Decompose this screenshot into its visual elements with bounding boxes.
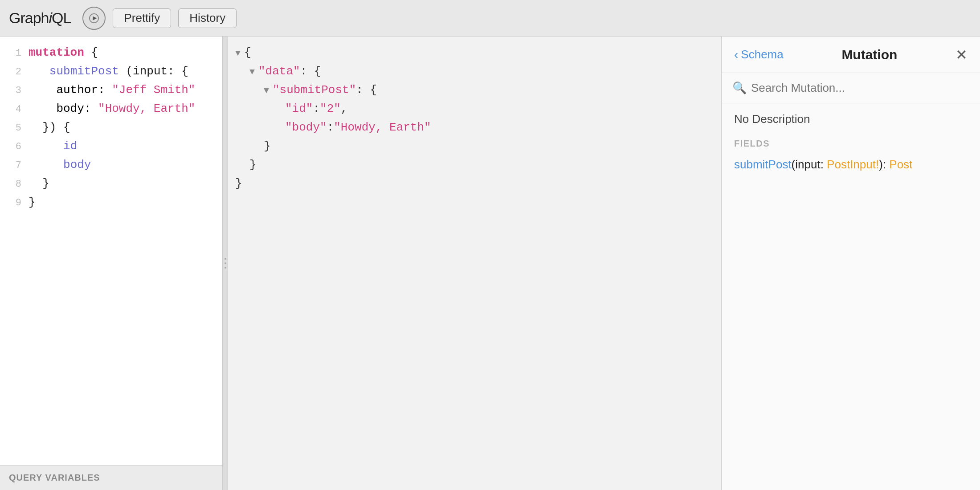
pane-divider[interactable] xyxy=(223,37,228,490)
code-line-9: 9 } xyxy=(0,193,222,212)
collapse-arrow[interactable]: ▼ xyxy=(249,65,255,79)
line-number: 5 xyxy=(4,120,21,136)
svg-point-4 xyxy=(225,267,226,269)
field-closing: ): xyxy=(879,158,889,171)
main-area: 1 mutation { 2 submitPost (input: { 3 xyxy=(0,37,980,490)
field-return-type: Post xyxy=(889,158,912,171)
field-name: submitPost xyxy=(734,158,792,171)
schema-close-button[interactable]: ✕ xyxy=(956,48,968,62)
result-line-1: ▼ { xyxy=(228,44,721,62)
keyword-mutation: mutation xyxy=(29,46,84,59)
schema-panel: ‹ Schema Mutation ✕ 🔍 No Description FIE… xyxy=(722,37,980,490)
schema-search-input[interactable] xyxy=(751,81,969,95)
line-number: 7 xyxy=(4,158,21,173)
code-line-8: 8 } xyxy=(0,175,222,193)
search-icon: 🔍 xyxy=(732,81,747,95)
field-arg-label: (input: xyxy=(792,158,827,171)
result-line-7: } xyxy=(228,156,721,175)
line-number: 4 xyxy=(4,102,21,117)
app-logo: GraphiQL xyxy=(9,9,71,27)
editor-pane: 1 mutation { 2 submitPost (input: { 3 xyxy=(0,37,223,490)
line-number: 6 xyxy=(4,139,21,155)
result-pane: ▼ { ▼ "data" : { ▼ "submitPost" : { "id"… xyxy=(228,37,721,490)
toolbar: GraphiQL Prettify History xyxy=(0,0,980,37)
query-variables-label: QUERY VARIABLES xyxy=(9,473,100,483)
schema-search-bar: 🔍 xyxy=(722,73,980,103)
field-arg-type: PostInput! xyxy=(827,158,879,171)
result-line-4: "id" : "2" , xyxy=(228,100,721,118)
result-line-2: ▼ "data" : { xyxy=(228,62,721,81)
field-name: id xyxy=(63,139,77,153)
svg-point-2 xyxy=(225,258,226,260)
field-name: body xyxy=(63,158,91,172)
code-line-5: 5 }) { xyxy=(0,118,222,137)
prettify-button[interactable]: Prettify xyxy=(113,8,171,28)
line-number: 9 xyxy=(4,195,21,211)
schema-no-description: No Description xyxy=(734,112,968,126)
result-line-5: "body" : "Howdy, Earth" xyxy=(228,118,721,137)
schema-body: No Description FIELDS submitPost(input: … xyxy=(722,103,980,490)
code-editor[interactable]: 1 mutation { 2 submitPost (input: { 3 xyxy=(0,37,222,465)
schema-back-button[interactable]: ‹ Schema xyxy=(734,48,784,62)
history-button[interactable]: History xyxy=(178,8,237,28)
fn-name: submitPost xyxy=(49,65,119,78)
schema-fields-label: FIELDS xyxy=(734,139,968,149)
query-variables-bar[interactable]: QUERY VARIABLES xyxy=(0,465,222,490)
code-line-3: 3 author: "Jeff Smith" xyxy=(0,81,222,100)
result-line-3: ▼ "submitPost" : { xyxy=(228,81,721,100)
schema-field-entry[interactable]: submitPost(input: PostInput!): Post xyxy=(734,156,968,173)
run-button[interactable] xyxy=(82,7,106,30)
string-value: "Howdy, Earth" xyxy=(98,102,195,115)
schema-header: ‹ Schema Mutation ✕ xyxy=(722,37,980,73)
collapse-arrow[interactable]: ▼ xyxy=(235,46,241,61)
schema-back-label: Schema xyxy=(741,48,783,61)
string-value: "Jeff Smith" xyxy=(112,83,195,97)
result-line-8: } xyxy=(228,175,721,193)
chevron-left-icon: ‹ xyxy=(734,48,738,62)
schema-panel-title: Mutation xyxy=(789,47,950,62)
code-line-2: 2 submitPost (input: { xyxy=(0,62,222,81)
line-number: 3 xyxy=(4,83,21,98)
svg-point-3 xyxy=(225,262,226,264)
line-number: 2 xyxy=(4,64,21,80)
code-line-4: 4 body: "Howdy, Earth" xyxy=(0,100,222,118)
result-area: ▼ { ▼ "data" : { ▼ "submitPost" : { "id"… xyxy=(228,37,721,490)
collapse-arrow[interactable]: ▼ xyxy=(264,84,269,98)
line-number: 1 xyxy=(4,45,21,61)
code-line-7: 7 body xyxy=(0,156,222,175)
line-number: 8 xyxy=(4,176,21,192)
result-line-6: } xyxy=(228,137,721,156)
code-line-6: 6 id xyxy=(0,137,222,156)
code-line-1: 1 mutation { xyxy=(0,44,222,62)
